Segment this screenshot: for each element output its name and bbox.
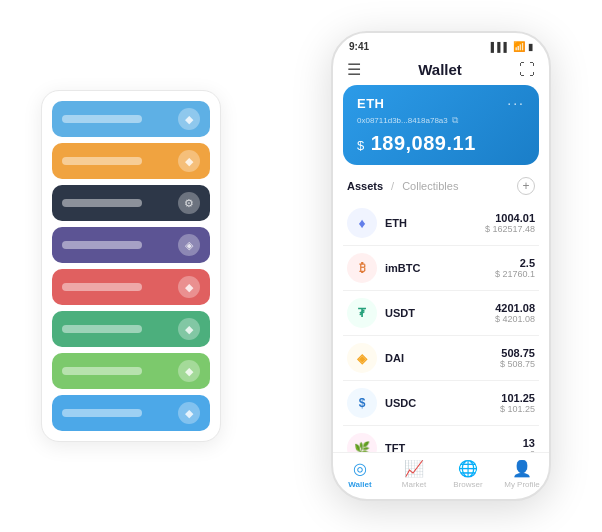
signal-icon: ▌▌▌ [491,42,510,52]
eth-card-label: ETH [357,96,385,111]
usdc-values: 101.25 $ 101.25 [500,392,535,414]
stack-card-4[interactable]: ◈ [52,227,210,263]
dai-values: 508.75 $ 508.75 [500,347,535,369]
usdc-name: USDC [385,397,500,409]
wallet-nav-label: Wallet [348,480,371,489]
asset-list: ♦ ETH 1004.01 $ 162517.48 ₿ imBTC 2.5 $ … [333,201,549,452]
profile-nav-label: My Profile [504,480,540,489]
card-icon-8: ◆ [178,402,200,424]
profile-nav-icon: 👤 [512,459,532,478]
market-nav-label: Market [402,480,426,489]
usdt-usd: $ 4201.08 [495,314,535,324]
usdt-values: 4201.08 $ 4201.08 [495,302,535,324]
card-icon-1: ◆ [178,108,200,130]
tab-assets[interactable]: Assets [347,180,383,192]
dai-usd: $ 508.75 [500,359,535,369]
asset-item-imbtc[interactable]: ₿ imBTC 2.5 $ 21760.1 [343,246,539,291]
tab-divider: / [391,180,394,192]
card-text-6 [62,325,142,333]
eth-card[interactable]: ETH ··· 0x08711d3b...8418a78a3 ⧉ $ 189,0… [343,85,539,165]
nav-browser[interactable]: 🌐 Browser [441,459,495,489]
wallet-nav-icon: ◎ [353,459,367,478]
eth-name: ETH [385,217,485,229]
eth-card-header: ETH ··· [357,95,525,111]
imbtc-icon: ₿ [347,253,377,283]
nav-market[interactable]: 📈 Market [387,459,441,489]
tft-icon: 🌿 [347,433,377,452]
tft-name: TFT [385,442,523,452]
eth-icon: ♦ [347,208,377,238]
imbtc-name: imBTC [385,262,495,274]
market-nav-icon: 📈 [404,459,424,478]
battery-icon: ▮ [528,42,533,52]
usdc-usd: $ 101.25 [500,404,535,414]
eth-card-menu[interactable]: ··· [507,95,525,111]
asset-item-usdt[interactable]: ₮ USDT 4201.08 $ 4201.08 [343,291,539,336]
card-icon-2: ◆ [178,150,200,172]
card-icon-5: ◆ [178,276,200,298]
time-display: 9:41 [349,41,369,52]
page-title: Wallet [418,61,462,78]
card-text-2 [62,157,142,165]
stack-card-8[interactable]: ◆ [52,395,210,431]
stack-card-7[interactable]: ◆ [52,353,210,389]
nav-wallet[interactable]: ◎ Wallet [333,459,387,489]
card-text-8 [62,409,142,417]
card-text-7 [62,367,142,375]
tab-group: Assets / Collectibles [347,180,458,192]
usdt-icon: ₮ [347,298,377,328]
browser-nav-icon: 🌐 [458,459,478,478]
usdc-icon: $ [347,388,377,418]
stack-card-5[interactable]: ◆ [52,269,210,305]
card-icon-3: ⚙ [178,192,200,214]
eth-values: 1004.01 $ 162517.48 [485,212,535,234]
dai-amount: 508.75 [500,347,535,359]
imbtc-amount: 2.5 [495,257,535,269]
wifi-icon: 📶 [513,41,525,52]
eth-amount: 1004.01 [485,212,535,224]
usdt-name: USDT [385,307,495,319]
browser-nav-label: Browser [453,480,482,489]
card-text-3 [62,199,142,207]
card-stack: ◆ ◆ ⚙ ◈ ◆ ◆ ◆ ◆ [41,90,221,442]
eth-balance: $ 189,089.11 [357,132,525,155]
stack-card-3[interactable]: ⚙ [52,185,210,221]
assets-tabs-bar: Assets / Collectibles + [333,173,549,201]
card-text-1 [62,115,142,123]
card-icon-6: ◆ [178,318,200,340]
dai-name: DAI [385,352,500,364]
tab-collectibles[interactable]: Collectibles [402,180,458,192]
usdc-amount: 101.25 [500,392,535,404]
scene: ◆ ◆ ⚙ ◈ ◆ ◆ ◆ ◆ [21,16,581,516]
phone-mockup: 9:41 ▌▌▌ 📶 ▮ ☰ Wallet ⛶ ETH ··· 0x08711d… [331,31,551,501]
copy-address-icon[interactable]: ⧉ [452,115,458,126]
asset-item-usdc[interactable]: $ USDC 101.25 $ 101.25 [343,381,539,426]
status-icons: ▌▌▌ 📶 ▮ [491,41,533,52]
usdt-amount: 4201.08 [495,302,535,314]
menu-icon[interactable]: ☰ [347,60,361,79]
stack-card-6[interactable]: ◆ [52,311,210,347]
nav-profile[interactable]: 👤 My Profile [495,459,549,489]
asset-item-eth[interactable]: ♦ ETH 1004.01 $ 162517.48 [343,201,539,246]
eth-usd: $ 162517.48 [485,224,535,234]
asset-item-dai[interactable]: ◈ DAI 508.75 $ 508.75 [343,336,539,381]
imbtc-usd: $ 21760.1 [495,269,535,279]
card-icon-4: ◈ [178,234,200,256]
card-text-5 [62,283,142,291]
card-icon-7: ◆ [178,360,200,382]
stack-card-2[interactable]: ◆ [52,143,210,179]
card-text-4 [62,241,142,249]
stack-card-1[interactable]: ◆ [52,101,210,137]
tft-values: 13 0 [523,437,535,452]
imbtc-values: 2.5 $ 21760.1 [495,257,535,279]
asset-item-tft[interactable]: 🌿 TFT 13 0 [343,426,539,452]
tft-amount: 13 [523,437,535,449]
eth-address: 0x08711d3b...8418a78a3 ⧉ [357,115,525,126]
dai-icon: ◈ [347,343,377,373]
add-asset-button[interactable]: + [517,177,535,195]
nav-bar: ☰ Wallet ⛶ [333,56,549,85]
bottom-nav: ◎ Wallet 📈 Market 🌐 Browser 👤 My Profile [333,452,549,499]
status-bar: 9:41 ▌▌▌ 📶 ▮ [333,33,549,56]
expand-icon[interactable]: ⛶ [519,61,535,79]
